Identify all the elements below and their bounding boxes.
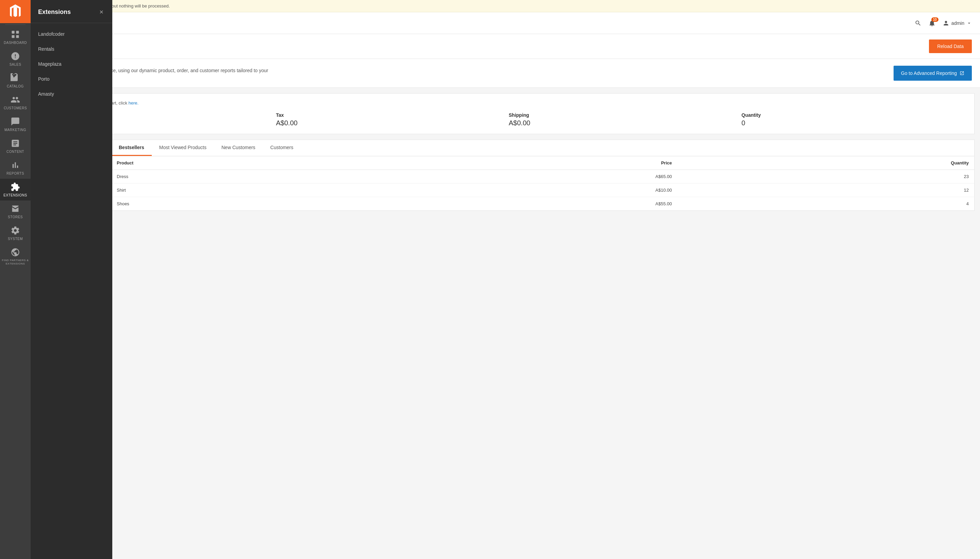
flyout-item-rentals[interactable]: Rentals [31, 41, 112, 56]
advanced-reporting-button[interactable]: Go to Advanced Reporting [894, 66, 972, 81]
product-name-1: Shirt [111, 184, 395, 197]
magento-logo-icon [8, 5, 23, 19]
notifications-button[interactable]: 10 [928, 20, 936, 27]
flyout-item-porto[interactable]: Porto [31, 71, 112, 86]
sidebar-item-stores[interactable]: STORES [0, 200, 31, 222]
svg-rect-0 [12, 31, 15, 34]
two-col-layout: Items Total 1 A$10.00 1 A$10.00 [36, 140, 974, 210]
dashboard-header: Dashboard ? Reload Data [31, 34, 980, 59]
svg-rect-3 [16, 35, 19, 38]
extensions-flyout: Extensions × Landofcoder Rentals Magepla… [31, 0, 112, 559]
flyout-item-amasty[interactable]: Amasty [31, 86, 112, 101]
sidebar: DASHBOARD SALES CATALOG CUSTOMERS MARKET… [0, 0, 31, 559]
stats-grid: Revenue A$0.00 Tax A$0.00 Shipping A$0.0… [43, 112, 967, 127]
svg-rect-1 [16, 31, 19, 34]
content-icon [10, 139, 20, 148]
sidebar-logo[interactable] [0, 0, 31, 23]
tab-new-customers[interactable]: New Customers [214, 140, 263, 156]
flyout-header: Extensions × [31, 0, 112, 23]
sidebar-item-label-dashboard: DASHBOARD [4, 41, 27, 45]
flyout-title: Extensions [38, 8, 71, 16]
product-price-0: A$65.00 [395, 170, 677, 184]
marketing-icon [10, 117, 20, 126]
sidebar-item-content[interactable]: CONTENT [0, 135, 31, 157]
tab-most-viewed[interactable]: Most Viewed Products [152, 140, 214, 156]
stat-shipping: Shipping A$0.00 [509, 112, 735, 127]
product-price-2: A$55.00 [395, 197, 677, 211]
partners-icon [10, 248, 20, 257]
customers-icon [10, 95, 20, 104]
chart-enable-link[interactable]: here. [129, 101, 139, 106]
main-content: e. You can browse and place orders, but … [31, 0, 980, 559]
page-content: Dashboard ? Reload Data mand of your bus… [31, 34, 980, 559]
sidebar-item-label-marketing: MARKETING [5, 128, 26, 132]
sidebar-item-marketing[interactable]: MARKETING [0, 113, 31, 135]
table-row: Dress A$65.00 23 [111, 170, 974, 184]
user-icon [942, 20, 949, 26]
sidebar-divider [5, 25, 26, 25]
sales-icon [10, 51, 20, 61]
sidebar-item-label-sales: SALES [10, 63, 21, 66]
advanced-reporting-button-label: Go to Advanced Reporting [901, 71, 957, 76]
catalog-icon [10, 73, 20, 83]
stat-quantity: Quantity 0 [741, 112, 967, 127]
extensions-icon [10, 182, 20, 192]
chevron-down-icon [967, 20, 972, 26]
stat-shipping-label: Shipping [509, 112, 735, 118]
stat-quantity-label: Quantity [741, 112, 967, 118]
advanced-reporting-bar: mand of your business' performance, usin… [31, 59, 980, 88]
sidebar-item-label-find-partners: FIND PARTNERS & EXTENSIONS [2, 259, 29, 266]
stat-tax: Tax A$0.00 [276, 112, 502, 127]
sidebar-item-find-partners[interactable]: FIND PARTNERS & EXTENSIONS [0, 244, 31, 269]
sidebar-item-label-extensions: EXTENSIONS [3, 194, 27, 197]
flyout-item-mageplaza[interactable]: Mageplaza [31, 56, 112, 71]
sidebar-item-catalog[interactable]: CATALOG [0, 70, 31, 92]
product-name-2: Shoes [111, 197, 395, 211]
reports-icon [10, 160, 20, 170]
sidebar-item-reports[interactable]: REPORTS [0, 157, 31, 179]
tab-bestsellers[interactable]: Bestsellers [111, 140, 152, 156]
product-qty-0: 23 [678, 170, 974, 184]
chart-disabled-message: Chart is disabled. To enable the chart, … [43, 101, 967, 106]
notification-badge: 10 [931, 17, 939, 22]
sidebar-item-sales[interactable]: SALES [0, 48, 31, 70]
sidebar-item-extensions[interactable]: EXTENSIONS [0, 179, 31, 200]
sidebar-item-label-system: SYSTEM [8, 237, 23, 241]
sidebar-item-label-customers: CUSTOMERS [4, 106, 27, 110]
stats-section: Chart is disabled. To enable the chart, … [36, 93, 975, 134]
tabs-section: Items Total 1 A$10.00 1 A$10.00 [36, 140, 975, 211]
tab-customers[interactable]: Customers [263, 140, 301, 156]
sidebar-item-system[interactable]: SYSTEM [0, 222, 31, 244]
product-qty-1: 12 [678, 184, 974, 197]
search-icon [915, 20, 921, 26]
product-price-1: A$10.00 [395, 184, 677, 197]
user-menu[interactable]: admin [942, 20, 972, 26]
flyout-item-landofcoder[interactable]: Landofcoder [31, 26, 112, 41]
col-product: Product [111, 156, 395, 170]
sidebar-item-customers[interactable]: CUSTOMERS [0, 92, 31, 113]
system-icon [10, 226, 20, 235]
svg-rect-2 [12, 35, 15, 38]
sidebar-item-label-content: CONTENT [7, 150, 24, 154]
external-link-icon [960, 71, 964, 76]
notice-bar: e. You can browse and place orders, but … [31, 0, 980, 12]
tabs-row: Bestsellers Most Viewed Products New Cus… [111, 140, 974, 156]
sidebar-item-label-catalog: CATALOG [7, 84, 24, 88]
stat-tax-value: A$0.00 [276, 119, 502, 127]
reload-data-button[interactable]: Reload Data [929, 40, 972, 53]
stat-quantity-value: 0 [741, 119, 967, 127]
flyout-close-button[interactable]: × [98, 7, 105, 17]
table-row: Shirt A$10.00 12 [111, 184, 974, 197]
right-table-area: Bestsellers Most Viewed Products New Cus… [111, 140, 974, 210]
flyout-items-list: Landofcoder Rentals Mageplaza Porto Amas… [31, 23, 112, 105]
search-button[interactable] [915, 20, 921, 26]
table-row: Shoes A$55.00 4 [111, 197, 974, 211]
user-name: admin [952, 20, 964, 26]
col-price: Price [395, 156, 677, 170]
stores-icon [10, 204, 20, 213]
product-name-0: Dress [111, 170, 395, 184]
stat-tax-label: Tax [276, 112, 502, 118]
stat-shipping-value: A$0.00 [509, 119, 735, 127]
bestsellers-table: Product Price Quantity Dress A$65.00 23 [111, 156, 974, 210]
sidebar-item-dashboard[interactable]: DASHBOARD [0, 26, 31, 48]
